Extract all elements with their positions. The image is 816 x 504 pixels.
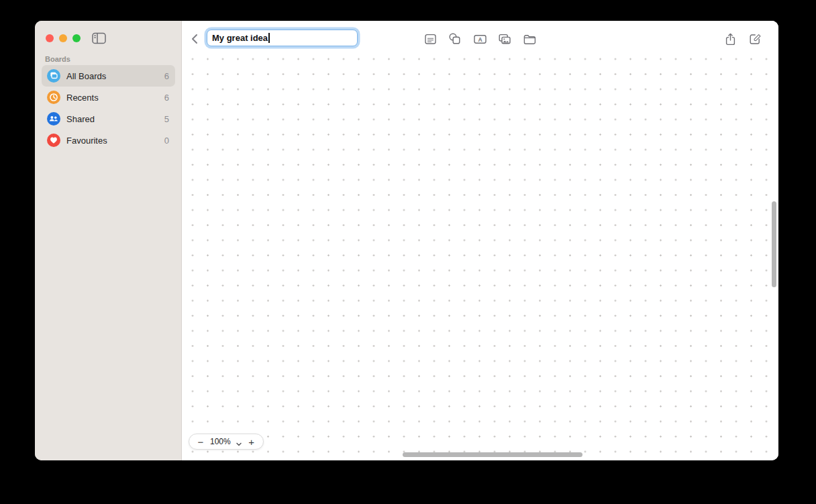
zoom-control: − 100% + bbox=[189, 434, 264, 450]
favourites-heart-icon bbox=[47, 134, 60, 147]
sidebar-item-count: 5 bbox=[164, 114, 169, 124]
sidebar-item-label: Recents bbox=[66, 93, 164, 103]
sidebar-item-favourites[interactable]: Favourites 0 bbox=[42, 130, 175, 151]
zoom-button[interactable] bbox=[72, 34, 81, 42]
shared-people-icon bbox=[47, 112, 60, 125]
vertical-scrollbar[interactable] bbox=[772, 201, 776, 287]
svg-text:A: A bbox=[478, 36, 482, 42]
sidebar-item-shared[interactable]: Shared 5 bbox=[42, 108, 175, 130]
note-icon[interactable] bbox=[423, 32, 438, 46]
board-title-text: My great idea bbox=[212, 33, 268, 43]
sidebar-item-label: All Boards bbox=[66, 71, 164, 81]
board-title-input[interactable]: My great idea bbox=[207, 30, 358, 46]
boards-section-label: Boards bbox=[45, 55, 70, 63]
zoom-in-button[interactable]: + bbox=[247, 437, 256, 447]
text-box-icon[interactable]: A bbox=[472, 32, 487, 46]
sidebar-toggle-icon[interactable] bbox=[92, 32, 107, 44]
new-board-icon[interactable] bbox=[748, 32, 762, 46]
minimize-button[interactable] bbox=[59, 34, 67, 42]
share-icon[interactable] bbox=[723, 32, 737, 46]
insert-file-icon[interactable] bbox=[522, 32, 537, 46]
window-controls bbox=[46, 34, 81, 42]
recents-clock-icon bbox=[47, 91, 60, 104]
sidebar-item-label: Favourites bbox=[66, 136, 164, 146]
media-icon[interactable] bbox=[497, 32, 512, 46]
back-button[interactable] bbox=[189, 32, 202, 46]
board-canvas-area: My great idea bbox=[182, 21, 778, 460]
sidebar-nav: All Boards 6 Recents 6 bbox=[42, 65, 175, 151]
chevron-down-icon[interactable] bbox=[236, 438, 242, 445]
sidebar-item-recents[interactable]: Recents 6 bbox=[42, 87, 175, 108]
sidebar-item-all-boards[interactable]: All Boards 6 bbox=[42, 65, 175, 87]
close-button[interactable] bbox=[46, 34, 54, 42]
zoom-level-label: 100% bbox=[210, 437, 231, 446]
shapes-icon[interactable] bbox=[448, 32, 462, 46]
sidebar-item-count: 0 bbox=[164, 136, 169, 146]
freeform-window: Boards All Boards 6 bbox=[35, 21, 778, 460]
all-boards-icon bbox=[47, 69, 60, 83]
dot-grid-canvas[interactable] bbox=[182, 21, 778, 460]
insert-tools: A bbox=[423, 32, 537, 46]
window-actions bbox=[723, 32, 762, 46]
horizontal-scrollbar[interactable] bbox=[403, 452, 582, 457]
zoom-out-button[interactable]: − bbox=[196, 437, 205, 447]
sidebar: Boards All Boards 6 bbox=[35, 21, 182, 460]
sidebar-item-label: Shared bbox=[66, 114, 164, 124]
sidebar-item-count: 6 bbox=[164, 71, 169, 81]
toolbar: My great idea bbox=[182, 21, 778, 57]
text-caret bbox=[268, 33, 270, 43]
sidebar-item-count: 6 bbox=[164, 93, 169, 103]
